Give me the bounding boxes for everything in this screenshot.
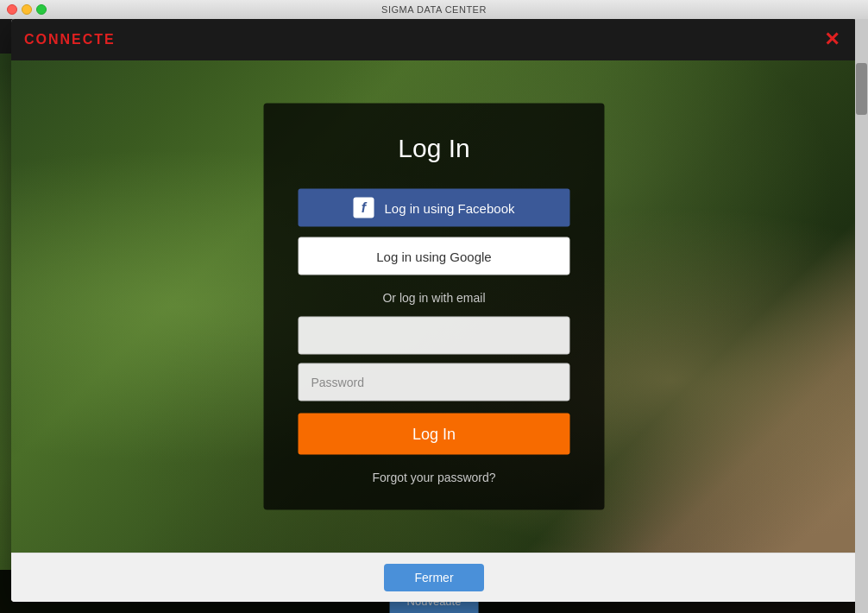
- scrollbar-thumb[interactable]: [856, 63, 867, 115]
- close-traffic-light[interactable]: [7, 4, 17, 15]
- fermer-button[interactable]: Fermer: [384, 564, 483, 591]
- modal-dialog: CONNECTE ✕ Log In f Log in using Faceboo…: [11, 19, 857, 602]
- facebook-icon: f: [354, 198, 374, 218]
- modal-title: CONNECTE: [24, 32, 116, 47]
- modal-close-button[interactable]: ✕: [820, 28, 844, 52]
- window-title: SIGMA DATA CENTER: [381, 4, 487, 15]
- login-title: Log In: [398, 134, 469, 163]
- modal-overlay: CONNECTE ✕ Log In f Log in using Faceboo…: [0, 19, 868, 613]
- traffic-lights: [7, 4, 47, 15]
- maximize-traffic-light[interactable]: [36, 4, 47, 15]
- forgot-password-link[interactable]: Forgot your password?: [372, 471, 495, 484]
- title-bar: SIGMA DATA CENTER: [0, 0, 868, 19]
- modal-header: CONNECTE ✕: [11, 19, 857, 60]
- modal-footer: Fermer: [11, 553, 857, 602]
- modal-body: Log In f Log in using Facebook Log in us…: [11, 60, 857, 553]
- password-input[interactable]: [299, 363, 570, 401]
- facebook-login-button[interactable]: f Log in using Facebook: [299, 189, 570, 227]
- scrollbar-track[interactable]: [855, 19, 868, 613]
- email-input[interactable]: [299, 317, 570, 355]
- login-card: Log In f Log in using Facebook Log in us…: [264, 104, 605, 510]
- google-login-button[interactable]: Log in using Google: [299, 237, 570, 275]
- google-button-label: Log in using Google: [376, 249, 491, 263]
- divider-text: Or log in with email: [382, 291, 485, 305]
- login-button[interactable]: Log In: [299, 414, 570, 455]
- app-window: CONNECTE ⚙ 👤 MENU TABLEAU DE BORD v 5.6.…: [0, 19, 868, 613]
- facebook-button-label: Log in using Facebook: [385, 200, 515, 215]
- minimize-traffic-light[interactable]: [22, 4, 32, 15]
